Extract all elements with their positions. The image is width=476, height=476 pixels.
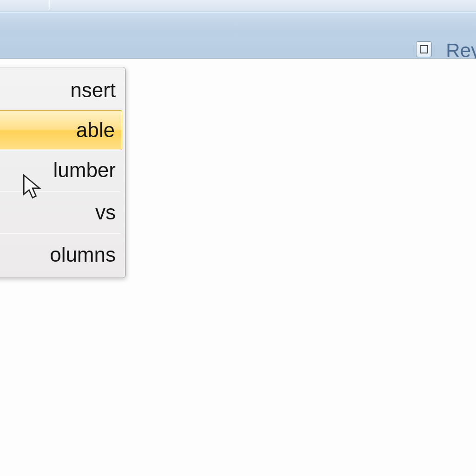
- dialog-launcher-icon[interactable]: [416, 41, 432, 57]
- menu-item-label: olumns: [50, 243, 116, 266]
- menu-separator: [0, 191, 120, 192]
- menu-item-rows[interactable]: vs: [0, 192, 123, 232]
- quick-access-toolbar: [0, 0, 476, 12]
- menu-item-label: nsert: [70, 79, 116, 101]
- toolbar-separator: [49, 0, 50, 9]
- menu-item-label: vs: [95, 201, 116, 224]
- menu-item-insert[interactable]: nsert: [0, 70, 123, 110]
- menu-item-label: able: [76, 119, 115, 141]
- ribbon-bar: Rey: [0, 12, 476, 59]
- menu-item-table[interactable]: able: [0, 110, 122, 150]
- context-menu: nsert able lumber vs olumns: [0, 67, 126, 278]
- menu-item-columns[interactable]: olumns: [0, 235, 123, 275]
- menu-item-label: lumber: [53, 159, 116, 181]
- menu-separator: [0, 233, 120, 234]
- menu-item-number[interactable]: lumber: [0, 150, 123, 190]
